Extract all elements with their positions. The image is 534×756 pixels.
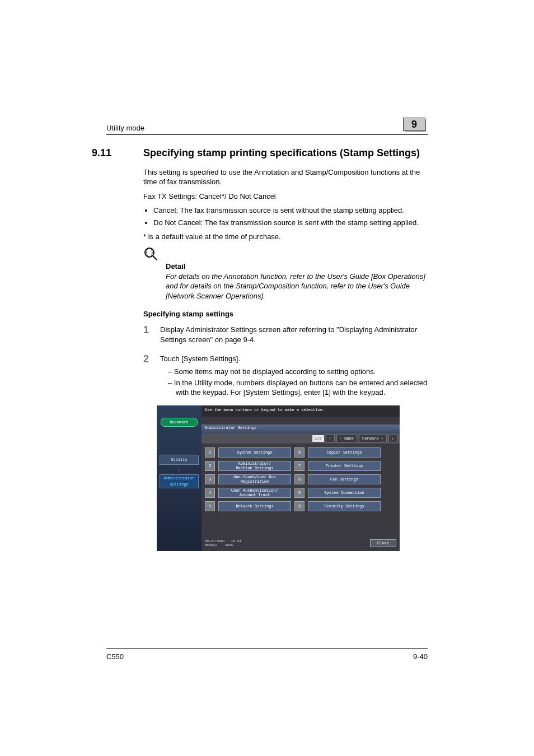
footer-model: C550 xyxy=(106,652,124,661)
page-footer: C550 9-40 xyxy=(106,648,428,661)
document-page: Utility mode 9 9.11Specifying stamp prin… xyxy=(0,0,534,756)
pager-prev-button[interactable]: ↑ xyxy=(326,435,335,442)
section-body: This setting is specified to use the Ann… xyxy=(143,167,428,242)
option-number: 0 xyxy=(294,501,305,511)
sidebar-tab-admin-settings[interactable]: AdministratorSettings xyxy=(160,474,199,488)
step-body: Touch [System Settings]. Some items may … xyxy=(160,354,428,399)
option-fax-settings[interactable]: Fax Settings xyxy=(308,474,381,484)
bullet-item: Do Not Cancel: The fax transmission sour… xyxy=(153,218,428,228)
fax-settings-line: Fax TX Settings: Cancel*/ Do Not Cancel xyxy=(143,192,428,202)
panel-titlebar: Administrator Settings xyxy=(202,424,400,433)
header-left-text: Utility mode xyxy=(106,124,144,132)
dash-list: Some items may not be displayed accordin… xyxy=(168,367,428,398)
sidebar-tab-utility[interactable]: Utility xyxy=(160,455,199,465)
close-button[interactable]: Close xyxy=(370,539,396,547)
option-printer-settings[interactable]: Printer Settings xyxy=(308,461,381,471)
step-body: Display Administrator Settings screen af… xyxy=(160,325,428,348)
intro-paragraph: This setting is specified to use the Ann… xyxy=(143,167,428,187)
footer-date: 09/27/2007 xyxy=(205,539,225,543)
back-button[interactable]: ← Back xyxy=(336,435,357,442)
option-number: 7 xyxy=(294,461,305,471)
option-security-settings[interactable]: Security Settings xyxy=(308,501,381,511)
panel-instruction: Use the menu buttons or keypad to make a… xyxy=(202,405,400,417)
option-number: 3 xyxy=(205,474,215,484)
panel-footer: 09/27/2007 15:44 Memory 100% Close xyxy=(202,535,400,551)
footer-mem-value: 100% xyxy=(225,543,233,547)
chapter-number: 9 xyxy=(403,118,425,131)
section-title: 9.11Specifying stamp printing specificat… xyxy=(118,147,428,160)
option-system-connection[interactable]: System Connection xyxy=(308,488,381,498)
svg-line-2 xyxy=(153,256,157,260)
pager-indicator: 1/2 xyxy=(312,435,324,442)
panel-main: Use the menu buttons or keypad to make a… xyxy=(202,405,400,551)
option-user-auth-account[interactable]: User Authentication/Account Track xyxy=(218,488,291,498)
option-number: 1 xyxy=(205,447,215,458)
step-1: 1 Display Administrator Settings screen … xyxy=(143,325,428,348)
svg-point-1 xyxy=(147,248,152,257)
step-text: Touch [System Settings]. xyxy=(160,354,428,364)
panel-sidebar: Bookmark Utility ↓ AdministratorSettings xyxy=(157,405,202,551)
option-admin-machine-settings[interactable]: Administrator/Machine Settings xyxy=(218,461,291,471)
option-system-settings[interactable]: System Settings xyxy=(218,447,291,458)
footer-status: 09/27/2007 15:44 Memory 100% xyxy=(205,539,241,547)
footer-mem-label: Memory xyxy=(205,543,217,547)
step-number: 1 xyxy=(143,325,160,348)
pager-next-button[interactable]: ↓ xyxy=(388,435,397,442)
options-grid: 1 System Settings 6 Copier Settings 2 Ad… xyxy=(202,444,400,515)
forward-button[interactable]: Forward → xyxy=(359,435,387,442)
step-text: Display Administrator Settings screen af… xyxy=(160,325,428,344)
bullet-list: Cancel: The fax transmission source is s… xyxy=(153,206,428,227)
detail-text: For details on the Annotation function, … xyxy=(166,272,428,301)
option-network-settings[interactable]: Network Settings xyxy=(218,501,291,511)
page-header: Utility mode 9 xyxy=(106,118,428,135)
option-number: 2 xyxy=(205,461,215,471)
footer-page-number: 9-40 xyxy=(413,652,428,661)
step-number: 2 xyxy=(143,354,160,399)
option-onetouch-userbox[interactable]: One-Touch/User BoxRegistration xyxy=(218,474,291,484)
bullet-item: Cancel: The fax transmission source is s… xyxy=(153,206,428,216)
dash-item: In the Utility mode, numbers displayed o… xyxy=(168,378,428,398)
option-number: 8 xyxy=(294,474,305,484)
section-title-text: Specifying stamp printing specifications… xyxy=(143,147,420,158)
detail-label: Detail xyxy=(166,262,428,270)
subheading: Specifying stamp settings xyxy=(143,310,428,318)
option-copier-settings[interactable]: Copier Settings xyxy=(308,447,381,458)
option-number: 6 xyxy=(294,447,305,458)
option-number: 5 xyxy=(205,501,215,511)
page-content: 9.11Specifying stamp printing specificat… xyxy=(118,147,428,551)
chapter-badge: 9 xyxy=(403,118,428,132)
dash-item: Some items may not be displayed accordin… xyxy=(168,367,428,377)
magnifier-icon xyxy=(143,246,158,261)
section-number: 9.11 xyxy=(118,147,143,160)
option-number: 9 xyxy=(294,488,305,498)
svg-point-0 xyxy=(145,248,154,257)
bookmark-button[interactable]: Bookmark xyxy=(161,418,198,427)
down-arrow-icon: ↓ xyxy=(157,467,202,472)
panel-toolbar: 1/2 ↑ ← Back Forward → ↓ xyxy=(202,433,400,444)
step-2: 2 Touch [System Settings]. Some items ma… xyxy=(143,354,428,399)
default-note: * is a default value at the time of purc… xyxy=(143,232,428,242)
footer-time: 15:44 xyxy=(231,539,241,543)
option-number: 4 xyxy=(205,488,215,498)
device-screenshot: Bookmark Utility ↓ AdministratorSettings… xyxy=(157,405,400,551)
